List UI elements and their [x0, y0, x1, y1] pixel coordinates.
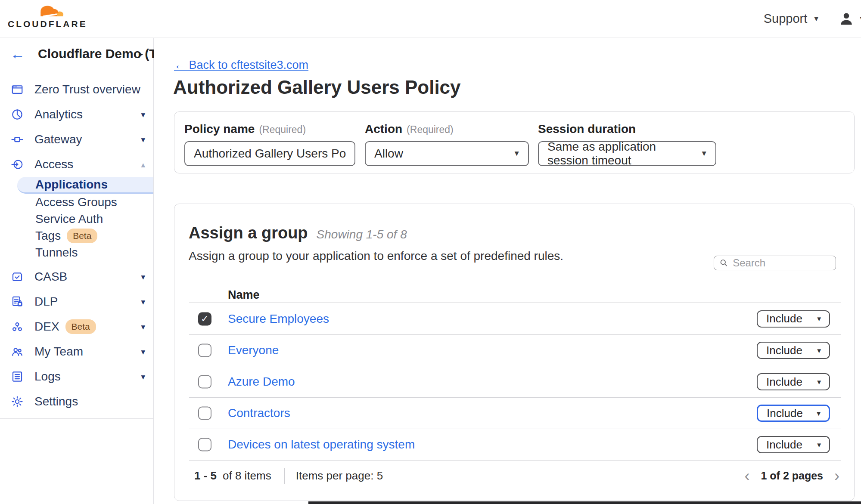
- caret-right-icon[interactable]: ▸: [139, 49, 143, 59]
- sidebar-item-access[interactable]: Access ▴: [0, 152, 153, 177]
- chevron-down-icon: ▼: [816, 378, 822, 386]
- include-value: Include: [767, 407, 803, 420]
- window-icon: [11, 83, 24, 96]
- gear-icon: [11, 395, 24, 408]
- sidebar-item-zero-trust-overview[interactable]: Zero Trust overview: [0, 77, 153, 102]
- account-name: Cloudflare Demo (T...: [38, 46, 166, 61]
- sidebar-item-dlp[interactable]: DLP ▾: [0, 289, 153, 314]
- back-arrow-icon[interactable]: ←: [10, 46, 25, 61]
- chevron-up-icon: ▴: [141, 160, 145, 170]
- sidebar-item-applications[interactable]: Applications: [17, 177, 153, 194]
- logs-icon: [11, 370, 24, 383]
- include-select-focused[interactable]: Include ▼: [757, 405, 830, 422]
- sidebar-item-label: DEX: [34, 320, 59, 334]
- top-app-bar: CLOUDFLARE Support ▼ ▼: [0, 0, 861, 37]
- group-link[interactable]: Everyone: [228, 343, 279, 357]
- user-account-menu[interactable]: ▼: [839, 11, 861, 27]
- group-search: [714, 256, 836, 270]
- action-field: Action(Required) Allow ▼: [365, 122, 529, 166]
- sidebar: ← Cloudflare Demo (T... ▸ Zero Trust ove…: [0, 38, 154, 504]
- policy-name-input[interactable]: [184, 141, 355, 166]
- sidebar-item-label: DLP: [34, 295, 58, 309]
- include-value: Include: [766, 375, 802, 389]
- sidebar-item-access-groups[interactable]: Access Groups: [0, 194, 153, 210]
- footer-divider: [284, 468, 285, 484]
- include-select[interactable]: Include ▼: [757, 436, 830, 453]
- row-checkbox[interactable]: [198, 438, 211, 451]
- main-content: ← Back to cftestsite3.com Authorized Gal…: [154, 38, 861, 504]
- support-label: Support: [764, 12, 808, 26]
- group-link[interactable]: Secure Employees: [228, 312, 329, 326]
- include-value: Include: [766, 344, 802, 357]
- policy-name-label: Policy name: [184, 122, 255, 136]
- sidebar-item-tags[interactable]: Tags Beta: [0, 227, 153, 244]
- assign-group-title: Assign a group: [189, 224, 308, 242]
- sidebar-item-logs[interactable]: Logs ▾: [0, 364, 153, 389]
- include-select[interactable]: Include ▼: [757, 310, 830, 328]
- sidebar-item-casb[interactable]: CASB ▾: [0, 264, 153, 289]
- sidebar-divider: [0, 418, 153, 419]
- chevron-down-icon: ▾: [141, 110, 145, 120]
- sidebar-item-my-team[interactable]: My Team ▾: [0, 339, 153, 364]
- horizontal-scrollbar[interactable]: [308, 501, 861, 504]
- row-checkbox[interactable]: [198, 375, 211, 389]
- pie-chart-icon: [11, 108, 24, 121]
- previous-page-icon[interactable]: ‹: [745, 468, 750, 484]
- session-duration-select[interactable]: Same as application session timeout ▼: [538, 141, 716, 166]
- chevron-down-icon: ▾: [141, 297, 145, 307]
- chevron-down-icon: ▾: [141, 347, 145, 357]
- sidebar-item-service-auth[interactable]: Service Auth: [0, 210, 153, 227]
- access-login-icon: [11, 158, 24, 171]
- group-link[interactable]: Devices on latest operating system: [228, 438, 415, 451]
- sidebar-item-label: Logs: [34, 370, 61, 383]
- account-switcher: ← Cloudflare Demo (T... ▸: [0, 38, 153, 70]
- table-footer: 1 - 5 of 8 items Items per page: 5 ‹ 1 o…: [189, 460, 841, 491]
- sidebar-item-dex[interactable]: DEX Beta ▾: [0, 314, 153, 339]
- row-checkbox[interactable]: [198, 407, 211, 420]
- next-page-icon[interactable]: ›: [834, 468, 839, 484]
- items-per-page: Items per page: 5: [296, 469, 383, 482]
- items-total: of 8 items: [223, 469, 271, 482]
- sidebar-item-label: Zero Trust overview: [34, 83, 140, 96]
- sidebar-item-label: Tags: [35, 229, 61, 243]
- include-select[interactable]: Include ▼: [757, 342, 830, 359]
- policy-name-field: Policy name(Required): [184, 122, 355, 166]
- include-value: Include: [766, 312, 802, 325]
- back-to-site-link[interactable]: ← Back to cftestsite3.com: [174, 59, 308, 72]
- include-select[interactable]: Include ▼: [757, 373, 830, 390]
- support-menu[interactable]: Support ▼: [764, 12, 820, 26]
- assign-group-card: Assign a groupShowing 1-5 of 8 Assign a …: [174, 204, 855, 501]
- table-row: Azure Demo Include ▼: [189, 366, 841, 397]
- search-icon: [719, 258, 728, 268]
- chevron-down-icon: ▼: [815, 410, 822, 417]
- cloudflare-logo[interactable]: CLOUDFLARE: [8, 2, 77, 29]
- sidebar-nav: Zero Trust overview Analytics ▾ Gateway …: [0, 70, 153, 419]
- chevron-down-icon: ▾: [141, 372, 145, 382]
- chevron-down-icon: ▼: [513, 149, 520, 158]
- table-row: Contractors Include ▼: [189, 397, 841, 429]
- row-checkbox[interactable]: [198, 344, 211, 357]
- action-select[interactable]: Allow ▼: [365, 141, 529, 166]
- chevron-down-icon: ▾: [141, 135, 145, 145]
- session-duration-value: Same as application session timeout: [547, 140, 695, 167]
- document-lock-icon: [11, 295, 24, 308]
- search-input[interactable]: [733, 257, 831, 269]
- check-icon: ✓: [201, 313, 208, 325]
- row-checkbox[interactable]: ✓: [198, 312, 211, 325]
- sidebar-item-label: CASB: [34, 270, 67, 284]
- sidebar-item-gateway[interactable]: Gateway ▾: [0, 127, 153, 152]
- sidebar-item-analytics[interactable]: Analytics ▾: [0, 102, 153, 127]
- sidebar-item-settings[interactable]: Settings: [0, 389, 153, 414]
- user-icon: [839, 11, 854, 27]
- table-row: Everyone Include ▼: [189, 334, 841, 366]
- beta-badge: Beta: [65, 319, 96, 334]
- chevron-down-icon: ▼: [816, 315, 822, 322]
- group-link[interactable]: Azure Demo: [228, 375, 295, 389]
- beta-badge: Beta: [67, 229, 97, 243]
- chevron-down-icon: ▼: [816, 441, 822, 448]
- group-link[interactable]: Contractors: [228, 406, 290, 420]
- showing-count: Showing 1-5 of 8: [317, 228, 407, 241]
- sidebar-item-tunnels[interactable]: Tunnels: [0, 244, 153, 261]
- table-row: ✓ Secure Employees Include ▼: [189, 303, 841, 334]
- chevron-down-icon: ▼: [700, 149, 708, 158]
